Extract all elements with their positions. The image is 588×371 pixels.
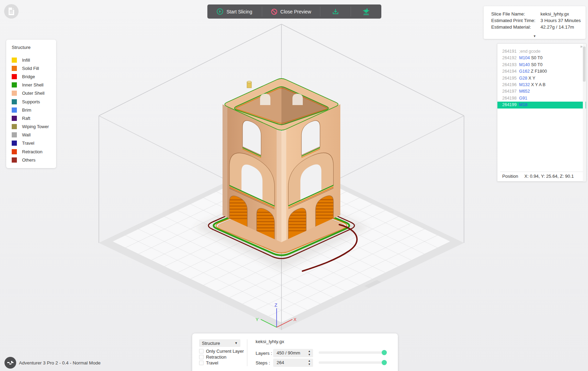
download-icon (332, 8, 339, 15)
legend-item-wall: Wall (12, 131, 56, 139)
axis-z-label: Z (275, 302, 277, 308)
axis-x-label: X (293, 317, 297, 322)
position-value: X: 0.94, Y: 25.64, Z: 90.1 (524, 174, 574, 179)
gcode-line[interactable]: 264193M140 S0 T0 (497, 62, 586, 68)
export-gcode-button[interactable] (320, 4, 351, 19)
legend-item-bridge: Bridge (12, 72, 56, 81)
gcode-panel: » 264191;end gcode 264192M104 S0 T0 2641… (497, 43, 586, 182)
view-mode-value: Structure (202, 341, 220, 346)
slice-file-name-value: keksi_lyhty.gx (540, 11, 569, 17)
others-swatch (12, 157, 17, 163)
travel-checkbox[interactable]: Travel (199, 360, 218, 365)
legend-item-brim: Brim (12, 106, 56, 114)
layers-slider-knob[interactable] (382, 350, 387, 355)
start-slicing-label: Start Slicing (226, 9, 252, 14)
position-label: Position (502, 174, 518, 179)
legend-title: Structure (12, 45, 56, 50)
gcode-line[interactable]: 264195G28 X Y (497, 75, 586, 82)
legend-item-retraction: Retraction (12, 147, 56, 156)
arrow-up-icon[interactable]: ▲ (308, 350, 311, 353)
checkbox-icon (199, 355, 204, 359)
divider (500, 172, 583, 172)
travel-swatch (12, 141, 17, 146)
checkbox-icon (199, 361, 204, 365)
view-mode-dropdown[interactable]: Structure ▼ (199, 339, 240, 347)
legend-item-outer-shell: Outer Shell (12, 89, 56, 97)
arrow-up-icon[interactable]: ▲ (308, 359, 311, 363)
supports-swatch (12, 99, 17, 104)
layers-input[interactable]: 450 / 90mm ▲▼ (273, 349, 313, 357)
gcode-line[interactable]: 264192M104 S0 T0 (497, 55, 586, 61)
document-icon (8, 7, 15, 16)
print-time-value: 3 Hours 37 Minutes (540, 17, 581, 24)
legend-item-wiping-tower: Wiping Tower (12, 123, 56, 131)
divider (247, 339, 247, 366)
close-preview-button[interactable]: Close Preview (262, 4, 320, 19)
chevron-down-icon: ▼ (235, 341, 238, 345)
print-time-label: Estimated Print Time: (491, 17, 540, 24)
layers-label: Layers : (256, 351, 272, 356)
axis-y-label: Y (256, 317, 259, 322)
gcode-line-highlighted[interactable]: 264199M18 (497, 102, 586, 108)
outer-shell-swatch (12, 91, 17, 96)
collapse-panel-caret[interactable]: ▼ (533, 35, 536, 38)
gcode-line[interactable]: 264198G91 (497, 95, 586, 102)
play-icon (217, 8, 223, 15)
raft-swatch (12, 116, 17, 121)
brim-swatch (12, 107, 17, 113)
legend-item-inner-shell: Inner Shell (12, 81, 56, 89)
infill-swatch (12, 58, 17, 63)
slice-info-panel: Slice File Name: keksi_lyhty.gx Estimate… (484, 6, 586, 39)
gcode-line[interactable]: 264194G162 Z F1800 (497, 68, 586, 75)
legend-item-supports: Supports (12, 97, 56, 106)
legend-item-raft: Raft (12, 114, 56, 122)
gcode-line[interactable]: 264191;end gcode (497, 48, 586, 55)
preview-toolbar: Start Slicing Close Preview (207, 4, 381, 19)
wall-swatch (12, 132, 17, 137)
steps-input[interactable]: 264 ▲▼ (273, 359, 313, 367)
machine-profile-status: Adventurer 3 Pro 2 - 0.4 - Normal Mode (19, 360, 101, 365)
steps-slider[interactable] (319, 361, 386, 364)
close-preview-label: Close Preview (280, 9, 311, 14)
start-slicing-button[interactable]: Start Slicing (207, 4, 262, 19)
bridge-swatch (12, 74, 17, 79)
retraction-checkbox[interactable]: Retraction (199, 354, 226, 360)
gcode-scrollbar-thumb[interactable] (583, 47, 586, 82)
file-menu-button[interactable] (4, 4, 19, 19)
material-value: 42.27g / 14.17m (540, 24, 574, 30)
layers-slider[interactable] (319, 351, 386, 354)
wiping-tower-swatch (12, 124, 17, 129)
gcode-line-list[interactable]: 264191;end gcode 264192M104 S0 T0 264193… (497, 48, 586, 109)
gcode-line[interactable]: 264197M652 (497, 88, 586, 95)
send-to-printer-button[interactable] (351, 4, 381, 19)
printer-brand-button[interactable] (4, 357, 16, 369)
flashforge-logo-icon (7, 359, 14, 367)
structure-legend-panel: Structure Infill Solid Fill Bridge Inner… (6, 40, 56, 168)
arrow-down-icon[interactable]: ▼ (308, 363, 311, 366)
legend-item-others: Others (12, 156, 56, 164)
steps-slider-knob[interactable] (382, 360, 387, 365)
layers-stepper[interactable]: ▲▼ (308, 350, 311, 357)
inner-shell-swatch (12, 82, 17, 87)
slice-file-name-label: Slice File Name: (491, 11, 540, 17)
solid-fill-swatch (12, 66, 17, 71)
preview-controls-panel: Structure ▼ Only Current Layer Retractio… (192, 333, 398, 371)
prohibition-icon (271, 9, 277, 15)
legend-item-solid-fill: Solid Fill (12, 64, 56, 72)
legend-item-travel: Travel (12, 139, 56, 147)
legend-item-infill: Infill (12, 56, 56, 64)
gcode-line[interactable]: 264196M132 X Y A B (497, 82, 586, 88)
steps-label: Steps : (256, 360, 270, 365)
preview-file-name: keksi_lyhty.gx (256, 339, 284, 344)
steps-stepper[interactable]: ▲▼ (308, 359, 311, 366)
checkbox-icon (199, 349, 204, 353)
nozzle-marker (247, 81, 251, 88)
model-preview[interactable] (208, 79, 354, 259)
only-current-layer-checkbox[interactable]: Only Current Layer (199, 349, 244, 354)
retraction-swatch (12, 149, 17, 154)
arrow-down-icon[interactable]: ▼ (308, 353, 311, 357)
printer-icon (362, 8, 370, 16)
material-label: Estimated Material: (491, 24, 540, 30)
